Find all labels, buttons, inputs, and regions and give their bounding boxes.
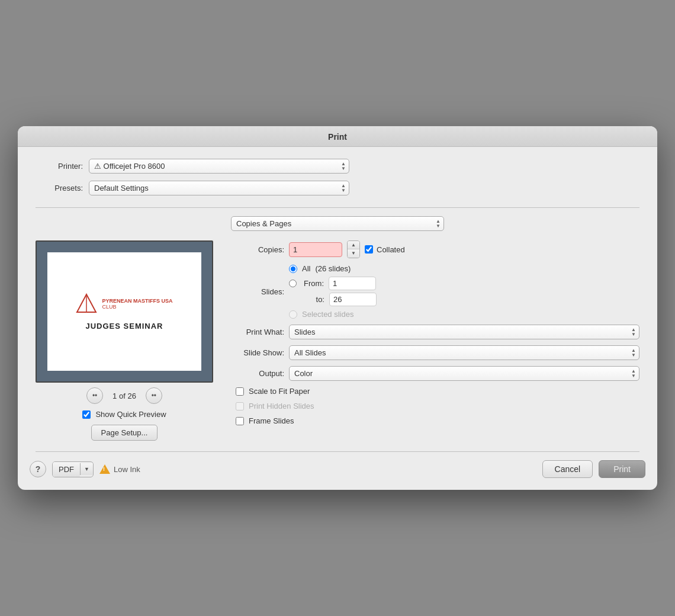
- print-what-select[interactable]: Slides Handouts Notes Outline: [289, 325, 639, 339]
- cancel-button[interactable]: Cancel: [542, 460, 593, 478]
- page-indicator: 1 of 26: [112, 392, 136, 400]
- section-select[interactable]: Copies & Pages: [231, 216, 444, 231]
- printer-row: Printer: ⚠ Officejet Pro 8600 ▲▼: [36, 159, 639, 174]
- presets-row: Presets: Default Settings ▲▼: [36, 181, 639, 195]
- slide-show-select[interactable]: All Slides Custom Show: [289, 345, 639, 360]
- low-ink-text: Low Ink: [114, 465, 140, 474]
- from-label: From:: [301, 279, 324, 288]
- to-input[interactable]: [329, 293, 377, 306]
- footer: ? PDF ▼ Low Ink Cancel Print: [18, 460, 657, 490]
- slides-from-radio[interactable]: [289, 280, 297, 287]
- print-what-label: Print What:: [231, 328, 284, 336]
- slide-preview: PYRENEAN MASTIFFS USA CLUB JUDGES SEMINA…: [36, 240, 213, 383]
- slide-logo-area: PYRENEAN MASTIFFS USA CLUB: [76, 293, 172, 315]
- from-input[interactable]: [329, 277, 376, 290]
- quick-preview-checkbox[interactable]: [82, 410, 91, 419]
- pdf-button-group: PDF ▼: [52, 461, 94, 477]
- copies-row: Copies: ▲ ▼ Collated: [231, 240, 639, 258]
- slides-all-row: All (26 slides): [289, 264, 377, 273]
- main-content: PYRENEAN MASTIFFS USA CLUB JUDGES SEMINA…: [36, 240, 639, 441]
- to-row: to:: [302, 293, 377, 306]
- to-label: to:: [302, 295, 324, 304]
- printer-label: Printer:: [36, 162, 83, 171]
- selected-slides-label: Selected slides: [302, 310, 353, 319]
- output-select[interactable]: Color Grayscale Pure Black & White: [289, 366, 639, 381]
- printer-select[interactable]: ⚠ Officejet Pro 8600: [89, 159, 349, 174]
- slides-options: All (26 slides) From: to:: [289, 264, 377, 319]
- print-what-select-wrapper: Slides Handouts Notes Outline ▲▼: [289, 325, 639, 339]
- separator-1: [36, 207, 639, 208]
- slides-all-label: All: [302, 264, 310, 273]
- print-button[interactable]: Print: [599, 460, 645, 478]
- next-page-button[interactable]: ••: [146, 387, 162, 404]
- quick-preview-row: Show Quick Preview: [82, 410, 166, 419]
- scale-to-fit-checkbox[interactable]: [236, 387, 244, 396]
- footer-separator: [36, 451, 639, 452]
- dialog-title: Print: [18, 126, 657, 147]
- frame-slides-row: Frame Slides: [236, 416, 639, 425]
- frame-slides-checkbox[interactable]: [236, 417, 244, 425]
- output-select-wrapper: Color Grayscale Pure Black & White ▲▼: [289, 366, 639, 381]
- quick-preview-label: Show Quick Preview: [95, 410, 166, 419]
- copies-up-button[interactable]: ▲: [348, 241, 359, 249]
- pdf-main-button[interactable]: PDF: [53, 462, 80, 477]
- slides-count: (26 slides): [315, 264, 351, 273]
- section-select-container: Copies & Pages ▲▼: [231, 216, 444, 231]
- output-label: Output:: [231, 369, 284, 378]
- slides-from-to: From: to:: [289, 277, 377, 306]
- frame-slides-label: Frame Slides: [249, 416, 294, 425]
- copies-input[interactable]: [289, 242, 342, 257]
- presets-select[interactable]: Default Settings: [89, 181, 349, 195]
- selected-slides-row: Selected slides: [289, 310, 377, 319]
- collated-checkbox[interactable]: [365, 245, 373, 254]
- slide-title: JUDGES SEMINAR: [85, 322, 163, 331]
- section-select-wrapper: Copies & Pages ▲▼: [36, 216, 639, 231]
- presets-label: Presets:: [36, 184, 83, 192]
- print-hidden-row: Print Hidden Slides: [236, 402, 639, 410]
- copies-down-button[interactable]: ▼: [348, 249, 359, 258]
- slide-logo-icon: [76, 293, 97, 315]
- output-row: Output: Color Grayscale Pure Black & Whi…: [231, 366, 639, 381]
- print-hidden-checkbox[interactable]: [236, 402, 244, 410]
- preview-area: PYRENEAN MASTIFFS USA CLUB JUDGES SEMINA…: [36, 240, 213, 441]
- printer-select-wrapper: ⚠ Officejet Pro 8600 ▲▼: [89, 159, 349, 174]
- scale-to-fit-row: Scale to Fit Paper: [236, 387, 639, 396]
- slides-row: Slides: All (26 slides) From:: [231, 264, 639, 319]
- copies-stepper: ▲ ▼: [347, 240, 360, 258]
- print-what-row: Print What: Slides Handouts Notes Outlin…: [231, 325, 639, 339]
- slide-inner: PYRENEAN MASTIFFS USA CLUB JUDGES SEMINA…: [47, 252, 201, 371]
- slide-show-label: Slide Show:: [231, 348, 284, 357]
- nav-row: •• 1 of 26 ••: [86, 387, 162, 404]
- warning-triangle-icon: [99, 464, 110, 474]
- selected-slides-radio[interactable]: [289, 310, 297, 319]
- from-row: From:: [289, 277, 377, 290]
- slide-show-select-wrapper: All Slides Custom Show ▲▼: [289, 345, 639, 360]
- settings-area: Copies: ▲ ▼ Collated Slides:: [231, 240, 639, 425]
- page-setup-button[interactable]: Page Setup...: [91, 425, 158, 441]
- collated-row: Collated: [365, 245, 405, 254]
- print-dialog: Print Printer: ⚠ Officejet Pro 8600 ▲▼ P…: [18, 126, 657, 490]
- print-hidden-label: Print Hidden Slides: [249, 402, 314, 410]
- collated-label: Collated: [377, 245, 405, 254]
- prev-page-button[interactable]: ••: [86, 387, 103, 404]
- scale-to-fit-label: Scale to Fit Paper: [249, 387, 310, 396]
- pdf-dropdown-button[interactable]: ▼: [80, 463, 93, 475]
- presets-select-wrapper: Default Settings ▲▼: [89, 181, 349, 195]
- slides-label: Slides:: [231, 287, 284, 296]
- low-ink-warning: Low Ink: [99, 464, 140, 474]
- help-button[interactable]: ?: [30, 461, 46, 477]
- slide-logo-text: PYRENEAN MASTIFFS USA CLUB: [102, 298, 172, 310]
- title-text: Print: [328, 132, 347, 142]
- copies-label: Copies:: [231, 245, 284, 254]
- slide-show-row: Slide Show: All Slides Custom Show ▲▼: [231, 345, 639, 360]
- slides-all-radio[interactable]: [289, 265, 297, 273]
